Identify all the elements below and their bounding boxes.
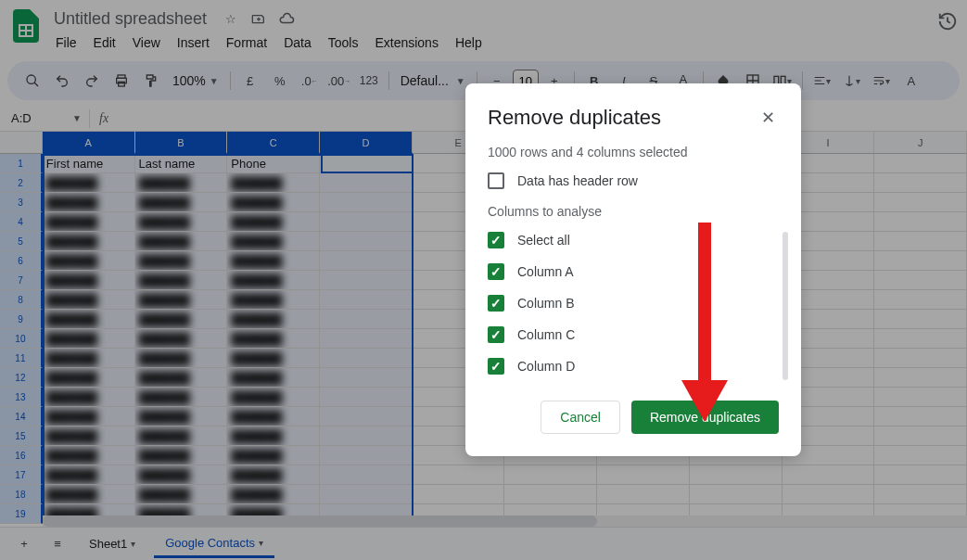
- checkbox-label: Select all: [517, 233, 570, 248]
- checkbox-icon: [488, 326, 504, 343]
- column-checkbox[interactable]: Column B: [488, 295, 779, 312]
- dialog-title: Remove duplicates: [488, 106, 661, 130]
- column-checkbox[interactable]: Column A: [488, 263, 779, 280]
- checkbox-icon: [488, 295, 504, 312]
- checkbox-icon: [488, 172, 504, 189]
- columns-section-label: Columns to analyse: [488, 204, 779, 219]
- column-checkbox[interactable]: Column C: [488, 326, 779, 343]
- checkbox-icon: [488, 263, 504, 280]
- checkbox-label: Column C: [517, 327, 575, 342]
- selection-info: 1000 rows and 4 columns selected: [488, 145, 779, 159]
- remove-duplicates-dialog: Remove duplicates ✕ 1000 rows and 4 colu…: [465, 83, 801, 456]
- column-checkbox[interactable]: Column D: [488, 358, 779, 375]
- header-row-checkbox[interactable]: Data has header row: [488, 172, 779, 189]
- remove-duplicates-button[interactable]: Remove duplicates: [631, 401, 779, 434]
- select-all-checkbox[interactable]: Select all: [488, 232, 779, 248]
- close-icon[interactable]: ✕: [757, 107, 779, 129]
- cancel-button[interactable]: Cancel: [541, 401, 620, 434]
- checkbox-label: Column B: [517, 296, 574, 311]
- columns-scrollbar[interactable]: [783, 232, 788, 380]
- checkbox-label: Column A: [517, 264, 574, 279]
- checkbox-label: Column D: [517, 359, 575, 374]
- checkbox-icon: [488, 358, 504, 375]
- checkbox-icon: [488, 232, 504, 248]
- checkbox-label: Data has header row: [517, 173, 638, 188]
